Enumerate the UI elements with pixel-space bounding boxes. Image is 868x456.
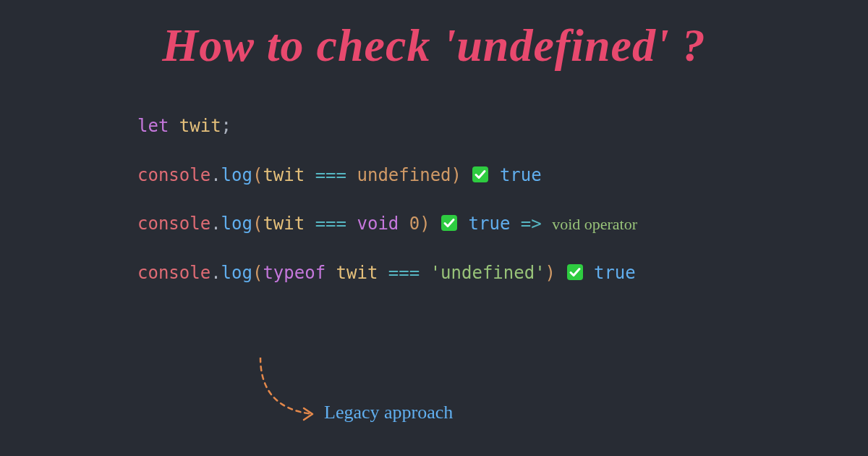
paren-open: ( (252, 263, 263, 283)
keyword-let: let (137, 116, 169, 136)
legacy-approach-label: Legacy approach (324, 402, 453, 423)
dot: . (210, 263, 221, 283)
paren-close: ) (420, 214, 430, 234)
undefined-literal: undefined (357, 165, 451, 185)
code-line-void-check: console.log(twit === void 0) true => voi… (137, 212, 868, 237)
result-true: true (594, 263, 636, 283)
strict-equals: === (315, 165, 346, 185)
log-method: log (221, 214, 252, 234)
void-operator-note: void operator (552, 215, 637, 233)
paren-open: ( (252, 165, 263, 185)
paren-open: ( (252, 214, 263, 234)
number-zero: 0 (409, 214, 420, 234)
dot: . (210, 214, 221, 234)
result-true: true (500, 165, 542, 185)
check-icon (441, 212, 458, 237)
paren-close: ) (545, 263, 556, 283)
code-block: let twit; console.log(twit === undefined… (0, 72, 868, 285)
result-true: true (469, 214, 511, 234)
identifier-twit: twit (179, 116, 221, 136)
dot: . (210, 165, 221, 185)
console-object: console (137, 214, 210, 234)
identifier-twit: twit (263, 165, 305, 185)
identifier-twit: twit (263, 214, 305, 234)
code-line-undefined-check: console.log(twit === undefined) true (137, 164, 868, 188)
dashed-arrow-icon (253, 358, 333, 423)
keyword-typeof: typeof (263, 263, 326, 283)
keyword-void: void (357, 214, 399, 234)
console-object: console (137, 165, 210, 185)
identifier-twit: twit (336, 263, 378, 283)
log-method: log (221, 263, 252, 283)
arrow-operator: => (521, 214, 542, 234)
log-method: log (221, 165, 252, 185)
paren-close: ) (451, 165, 461, 185)
code-line-declare: let twit; (137, 114, 868, 139)
strict-equals: === (388, 263, 420, 283)
code-line-typeof-check: console.log(typeof twit === 'undefined')… (137, 261, 868, 286)
check-icon (472, 164, 489, 188)
console-object: console (137, 263, 210, 283)
semicolon: ; (221, 116, 231, 136)
check-icon (566, 261, 584, 286)
page-title: How to check 'undefined' ? (0, 0, 868, 72)
strict-equals: === (315, 214, 346, 234)
string-undefined: 'undefined' (430, 263, 545, 283)
